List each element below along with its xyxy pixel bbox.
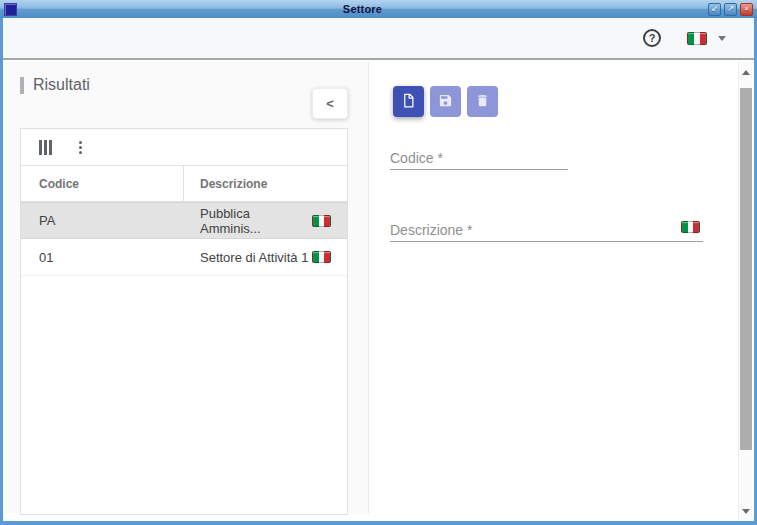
close-window-button[interactable]: × — [740, 3, 753, 16]
cell-descrizione: Settore di Attività 1 — [184, 239, 347, 275]
save-button[interactable] — [430, 86, 461, 117]
collapse-panel-button[interactable]: < — [312, 88, 348, 119]
table-row[interactable]: PA Pubblica Amminis... — [21, 202, 347, 239]
window-titlebar[interactable]: Settore ↙ ↗ × — [0, 0, 757, 18]
table-toolbar — [21, 129, 347, 166]
results-panel-title: Risultati — [20, 76, 90, 94]
scrollbar-thumb[interactable] — [740, 88, 752, 450]
cell-codice: 01 — [21, 239, 184, 275]
descrizione-field[interactable] — [390, 218, 703, 242]
window-controls: ↙ ↗ × — [708, 3, 753, 16]
maximize-window-button[interactable]: ↗ — [724, 3, 737, 16]
chevron-down-icon — [718, 36, 726, 41]
table-menu-icon[interactable] — [77, 139, 84, 156]
scroll-up-button[interactable] — [739, 64, 753, 80]
arrow-up-icon — [742, 70, 750, 75]
delete-button[interactable] — [467, 86, 498, 117]
columns-icon[interactable] — [39, 140, 52, 155]
italian-flag-icon — [681, 221, 700, 233]
app-header-toolbar: ? — [3, 18, 754, 60]
language-selector[interactable] — [687, 32, 726, 45]
results-table: Codice Descrizione PA Pubblica Amminis..… — [20, 128, 348, 515]
column-header-codice[interactable]: Codice — [21, 166, 184, 201]
codice-field[interactable] — [390, 146, 568, 170]
italian-flag-icon — [687, 32, 707, 45]
help-icon[interactable]: ? — [643, 29, 661, 47]
app-window: Settore ↙ ↗ × ? Risultati < — [0, 0, 757, 525]
cell-descrizione-text: Settore di Attività 1 — [200, 250, 308, 265]
save-icon — [438, 93, 453, 111]
column-header-descrizione[interactable]: Descrizione — [184, 166, 347, 201]
title-accent-bar — [20, 77, 24, 94]
cell-codice: PA — [21, 203, 184, 238]
main-content: Risultati < Codice Descrizione PA Pubbli… — [3, 62, 754, 521]
window-border-bottom — [0, 521, 757, 525]
italian-flag-icon — [312, 251, 331, 263]
new-document-icon — [401, 93, 416, 111]
italian-flag-icon — [312, 215, 331, 227]
new-record-button[interactable] — [393, 86, 424, 117]
window-app-icon — [4, 3, 17, 16]
form-action-buttons — [393, 86, 498, 117]
results-title-label: Risultati — [33, 76, 90, 94]
scroll-down-button[interactable] — [739, 503, 753, 519]
arrow-down-icon — [742, 509, 750, 514]
window-title: Settore — [17, 3, 708, 15]
table-row[interactable]: 01 Settore di Attività 1 — [21, 239, 347, 276]
trash-icon — [475, 93, 490, 111]
cell-descrizione: Pubblica Amminis... — [184, 203, 347, 238]
vertical-scrollbar[interactable] — [738, 62, 752, 521]
cell-descrizione-text: Pubblica Amminis... — [200, 206, 312, 236]
table-header-row: Codice Descrizione — [21, 166, 347, 202]
restore-window-button[interactable]: ↙ — [708, 3, 721, 16]
